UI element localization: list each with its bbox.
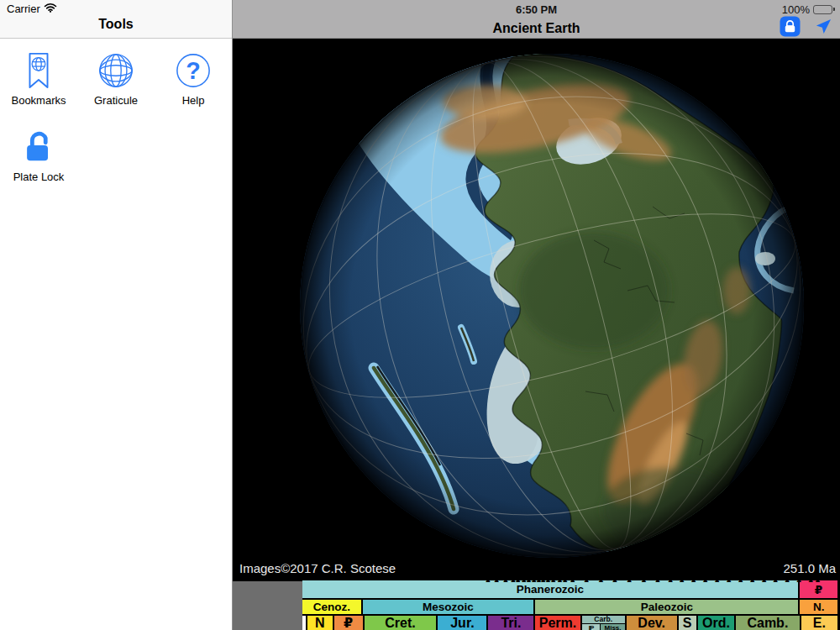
timescale-cell-jurassic[interactable]: Jur. [436, 616, 486, 630]
current-age-readout: 251.0 Ma [783, 561, 836, 575]
svg-text:?: ? [186, 57, 201, 84]
time-marker[interactable]: ▲ [772, 576, 780, 584]
clock: 6:50 PM [233, 3, 840, 16]
carrier-label: Carrier [7, 3, 40, 15]
time-marker[interactable]: ▲ [485, 576, 492, 584]
timescale-cell-pennsylvanian[interactable]: IP [582, 624, 601, 630]
timescale-row-period: N₽Cret.Jur.Tri.Perm.Carb.IPMiss.Dev.SOrd… [302, 616, 837, 630]
bookmarks-label: Bookmarks [11, 94, 66, 107]
timescale-cell-devonian[interactable]: Dev. [625, 616, 677, 630]
time-marker[interactable]: ▲ [814, 576, 822, 584]
time-marker[interactable]: ▲ [690, 576, 697, 584]
graticule-button[interactable]: Graticule [94, 50, 138, 107]
timescale-row-era: Cenoz.MesozoicPaleozoicN. [302, 600, 837, 614]
time-marker[interactable]: ▲ [795, 576, 803, 584]
timescale-cell-cretaceous[interactable]: Cret. [363, 616, 437, 630]
timescale-cell-mesozoic[interactable]: Mesozoic [361, 600, 534, 614]
ancient-earth-globe[interactable] [233, 39, 840, 578]
time-marker[interactable]: ▲ [583, 576, 591, 584]
time-marker[interactable]: ▲ [561, 576, 569, 584]
app-window: Carrier Tools [0, 0, 840, 630]
time-marker[interactable]: ▲ [569, 576, 576, 584]
sidebar-header: Carrier Tools [0, 0, 232, 39]
time-marker[interactable]: ▲ [701, 576, 709, 584]
timescale-spacer [233, 581, 302, 630]
time-marker[interactable]: ▲ [654, 576, 661, 584]
plate-lock-button[interactable]: Plate Lock [13, 127, 65, 183]
tools-sidebar: Carrier Tools [0, 0, 233, 630]
timescale-cell-mississippian[interactable]: Miss. [601, 624, 624, 630]
map-stage: 6:50 PM 100% Ancient Earth [233, 0, 840, 630]
help-button[interactable]: ? Help [175, 50, 212, 107]
help-label: Help [182, 94, 205, 107]
image-credit: Images©2017 C.R. Scotese [239, 561, 396, 575]
wifi-icon [44, 3, 57, 15]
battery-icon [813, 5, 832, 14]
time-marker[interactable]: ▲ [678, 576, 685, 584]
time-marker[interactable]: ▲ [667, 576, 675, 584]
time-marker[interactable]: ▲ [640, 576, 648, 584]
open-padlock-icon [20, 127, 57, 167]
timescale-cell-cenozoic[interactable]: Cenoz. [302, 600, 361, 614]
timescale-cell-permian[interactable]: Perm. [533, 616, 580, 630]
timescale-cell-silurian[interactable]: S [677, 616, 696, 630]
bookmarks-button[interactable]: Bookmarks [11, 50, 66, 107]
time-marker[interactable]: ▲ [760, 576, 768, 584]
time-marker[interactable]: ▲ [713, 576, 721, 584]
time-marker[interactable]: ▲ [725, 576, 732, 584]
timescale-cell-carboniferous[interactable]: Carb.IPMiss. [580, 616, 625, 630]
graticule-label: Graticule [94, 94, 138, 107]
lock-rotation-button[interactable] [780, 16, 801, 40]
time-marker[interactable]: ▲ [737, 576, 744, 584]
graticule-globe-icon [97, 50, 134, 91]
timescale-cell-neogene[interactable]: N [306, 616, 333, 630]
time-marker[interactable]: ▲ [784, 576, 791, 584]
battery-percent: 100% [782, 3, 810, 16]
timescale-cell-paleogene[interactable]: ₽ [333, 616, 363, 630]
geologic-timescale[interactable]: ▲▲▲▲▲▲▲▲▲▲▲▲▲▲▲▲▲▲▲▲▲▲▲▲▲▲▲▲▲▲▲▲▲▲▲ Phan… [233, 578, 840, 630]
timescale-cell-neoproterozoic[interactable]: N. [798, 600, 837, 614]
page-title: Ancient Earth [233, 21, 840, 36]
timescale-cell-carboniferous-label: Carb. [582, 616, 625, 624]
globe-canvas[interactable]: Images©2017 C.R. Scotese 251.0 Ma [233, 39, 840, 578]
time-marker[interactable]: ▲ [493, 576, 501, 584]
timescale-cell-triassic[interactable]: Tri. [486, 616, 533, 630]
time-marker[interactable]: ▲ [748, 576, 756, 584]
status-bar: 6:50 PM 100% [233, 0, 840, 18]
navigation-bar: Ancient Earth [233, 18, 840, 39]
timescale-cell-cambrian[interactable]: Camb. [734, 616, 799, 630]
timescale-cell-paleozoic[interactable]: Paleozoic [533, 600, 798, 614]
question-mark-icon: ? [175, 50, 212, 91]
locate-me-button[interactable] [814, 18, 832, 39]
battery-tip [833, 8, 835, 11]
plate-lock-label: Plate Lock [13, 171, 65, 183]
timescale-cell-ordovician[interactable]: Ord. [696, 616, 734, 630]
time-marker[interactable]: ▲ [626, 576, 633, 584]
time-marker[interactable]: ▲ [612, 576, 619, 584]
time-marker[interactable]: ▲ [502, 576, 510, 584]
tools-grid: Bookmarks Graticule [0, 39, 232, 183]
time-marker[interactable]: ▲ [597, 576, 605, 584]
timescale-cell-ediacaran[interactable]: E. [800, 616, 837, 630]
timescale-rows: ▲▲▲▲▲▲▲▲▲▲▲▲▲▲▲▲▲▲▲▲▲▲▲▲▲▲▲▲▲▲▲▲▲▲▲ Phan… [302, 580, 837, 630]
sidebar-title: Tools [0, 17, 232, 32]
bookmark-globe-icon [20, 50, 57, 91]
